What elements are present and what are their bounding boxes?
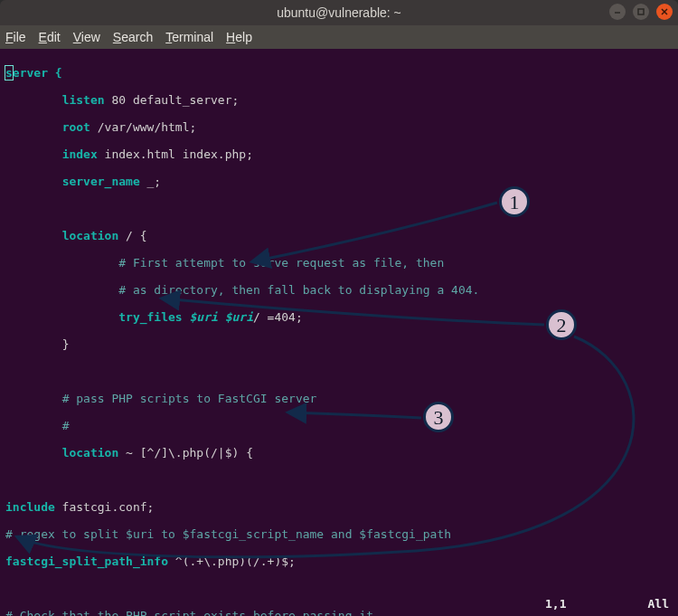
terminal-viewport[interactable]: server { listen 80 default_server; root …	[0, 49, 678, 616]
vim-cursor: s	[5, 66, 13, 80]
window-buttons	[609, 4, 673, 20]
code-line	[5, 365, 673, 378]
code-line: index index.html index.php;	[5, 147, 673, 161]
code-line	[5, 202, 673, 215]
code-line: listen 80 default_server;	[5, 93, 673, 107]
title-bar: ubuntu@vulnerable: ~	[0, 0, 678, 25]
code-line: location / {	[5, 229, 673, 242]
vim-cursor-position: 1,1	[545, 597, 566, 611]
maximize-icon	[636, 7, 645, 16]
code-line: server {	[5, 66, 673, 80]
menu-bar: File Edit View Search Terminal Help	[0, 25, 678, 49]
maximize-button[interactable]	[633, 4, 649, 20]
minimize-button[interactable]	[609, 4, 626, 20]
code-line: include fastcgi.conf;	[5, 500, 673, 514]
menu-terminal[interactable]: Terminal	[165, 30, 213, 44]
svg-rect-1	[638, 9, 644, 14]
close-icon	[660, 7, 669, 16]
code-line	[5, 582, 673, 595]
code-line: root /var/www/html;	[5, 120, 673, 134]
minimize-icon	[613, 7, 622, 16]
menu-search[interactable]: Search	[113, 30, 153, 44]
vim-view-percentage: All	[648, 597, 669, 611]
menu-file[interactable]: File	[5, 30, 26, 44]
annotation-marker-2: 2	[546, 309, 577, 340]
code-line: # as directory, then fall back to displa…	[5, 283, 673, 297]
code-line: # First attempt to serve request as file…	[5, 256, 673, 270]
code-line: location ~ [^/]\.php(/|$) {	[5, 446, 673, 460]
code-line: # regex to split $uri to $fastcgi_script…	[5, 527, 673, 541]
code-line: # pass PHP scripts to FastCGI server	[5, 392, 673, 405]
annotation-marker-3: 3	[423, 402, 454, 432]
window-title: ubuntu@vulnerable: ~	[277, 5, 401, 20]
menu-view[interactable]: View	[73, 30, 100, 44]
code-line: server_name _;	[5, 175, 673, 188]
menu-help[interactable]: Help	[226, 30, 252, 44]
code-line: }	[5, 337, 673, 351]
close-button[interactable]	[656, 4, 673, 20]
code-line: fastcgi_split_path_info ^(.+\.php)(/.+)$…	[5, 554, 673, 568]
annotation-marker-1: 1	[499, 186, 530, 217]
code-line: #	[5, 419, 673, 432]
vim-status-line: 1,1 All	[0, 597, 678, 611]
code-line	[5, 473, 673, 487]
menu-edit[interactable]: Edit	[39, 30, 61, 44]
